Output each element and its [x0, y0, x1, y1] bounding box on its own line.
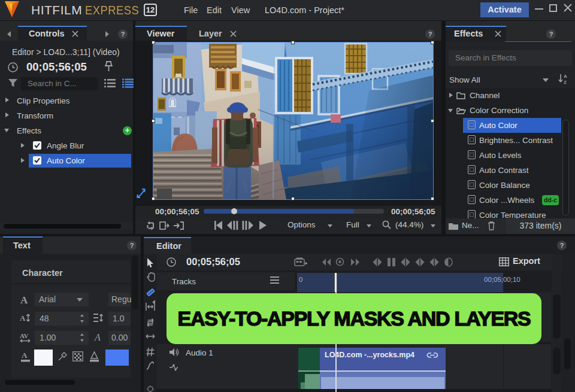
svg-text:A: A [564, 74, 567, 79]
svg-text:Z: Z [564, 80, 567, 84]
svg-text:AV: AV [20, 332, 29, 339]
svg-text:A: A [20, 314, 26, 323]
svg-text:A: A [22, 351, 28, 360]
